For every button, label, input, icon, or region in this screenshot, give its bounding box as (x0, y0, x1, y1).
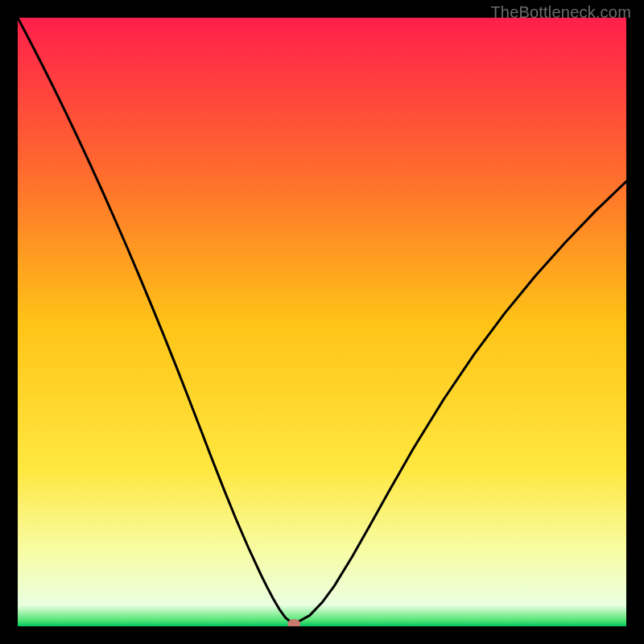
chart-frame: TheBottleneck.com (0, 0, 644, 644)
chart-svg (18, 18, 626, 626)
watermark-text: TheBottleneck.com (490, 3, 631, 22)
gradient-background (18, 18, 626, 626)
bottleneck-chart (18, 18, 626, 626)
